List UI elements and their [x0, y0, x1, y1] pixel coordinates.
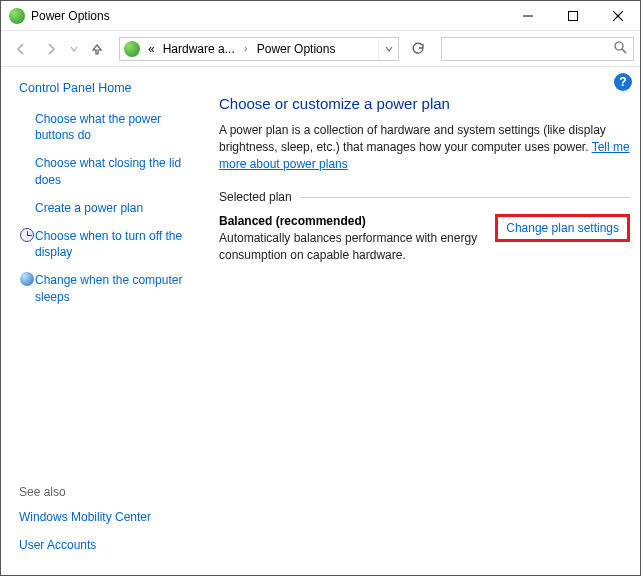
sidebar: Control Panel Home Choose what the power…: [1, 67, 211, 575]
search-input[interactable]: [442, 38, 633, 60]
sidebar-item-computer-sleeps: Change when the computer sleeps: [19, 272, 201, 304]
address-icon: [124, 41, 140, 57]
sidebar-link[interactable]: Choose what the power buttons do: [35, 111, 201, 143]
search-icon[interactable]: [614, 41, 627, 57]
selected-plan-label: Selected plan: [219, 190, 292, 204]
titlebar: Power Options: [1, 1, 640, 31]
globe-icon: [19, 272, 35, 286]
change-plan-highlight: Change plan settings: [495, 214, 630, 242]
minimize-button[interactable]: [505, 1, 550, 30]
refresh-button[interactable]: [405, 37, 431, 61]
svg-point-4: [615, 42, 623, 50]
sidebar-link[interactable]: Create a power plan: [35, 200, 143, 216]
address-dropdown[interactable]: [378, 38, 398, 60]
description-text: A power plan is a collection of hardware…: [219, 123, 606, 154]
page-heading: Choose or customize a power plan: [219, 95, 630, 112]
svg-line-5: [622, 49, 626, 53]
window-title: Power Options: [31, 9, 110, 23]
see-also-item-mobility: Windows Mobility Center: [19, 509, 201, 525]
breadcrumb-ellipsis[interactable]: «: [144, 38, 159, 60]
sidebar-item-power-buttons: Choose what the power buttons do: [19, 111, 201, 143]
breadcrumb-seg-hardware[interactable]: Hardware a...: [159, 38, 239, 60]
sidebar-link[interactable]: Choose what closing the lid does: [35, 155, 201, 187]
app-icon: [9, 8, 25, 24]
selected-plan-section: Selected plan: [219, 190, 630, 204]
back-button[interactable]: [7, 35, 35, 63]
main-panel: ? Choose or customize a power plan A pow…: [211, 67, 640, 575]
see-also-link[interactable]: Windows Mobility Center: [19, 509, 151, 525]
breadcrumb-seg-power[interactable]: Power Options: [253, 38, 340, 60]
plan-description: Automatically balances performance with …: [219, 230, 495, 264]
see-also-item-accounts: User Accounts: [19, 537, 201, 553]
sidebar-item-create-plan: Create a power plan: [19, 200, 201, 216]
plan-name: Balanced (recommended): [219, 214, 495, 228]
control-panel-home-link[interactable]: Control Panel Home: [19, 81, 201, 95]
page-description: A power plan is a collection of hardware…: [219, 122, 630, 172]
divider: [300, 197, 630, 198]
change-plan-settings-link[interactable]: Change plan settings: [506, 221, 619, 235]
navbar: « Hardware a... › Power Options: [1, 31, 640, 67]
close-button[interactable]: [595, 1, 640, 30]
plan-row: Balanced (recommended) Automatically bal…: [219, 214, 630, 264]
window-controls: [505, 1, 640, 30]
address-bar[interactable]: « Hardware a... › Power Options: [119, 37, 399, 61]
svg-rect-1: [568, 11, 577, 20]
sidebar-link[interactable]: Change when the computer sleeps: [35, 272, 201, 304]
maximize-button[interactable]: [550, 1, 595, 30]
recent-dropdown[interactable]: [67, 35, 81, 63]
see-also-link[interactable]: User Accounts: [19, 537, 96, 553]
up-button[interactable]: [83, 35, 111, 63]
clock-icon: [19, 228, 35, 242]
chevron-right-icon[interactable]: ›: [239, 43, 253, 54]
sidebar-link[interactable]: Choose when to turn off the display: [35, 228, 201, 260]
sidebar-item-closing-lid: Choose what closing the lid does: [19, 155, 201, 187]
sidebar-item-turn-off-display: Choose when to turn off the display: [19, 228, 201, 260]
see-also-label: See also: [19, 485, 201, 499]
forward-button[interactable]: [37, 35, 65, 63]
help-icon[interactable]: ?: [614, 73, 632, 91]
content: Control Panel Home Choose what the power…: [1, 67, 640, 575]
search-box[interactable]: [441, 37, 634, 61]
